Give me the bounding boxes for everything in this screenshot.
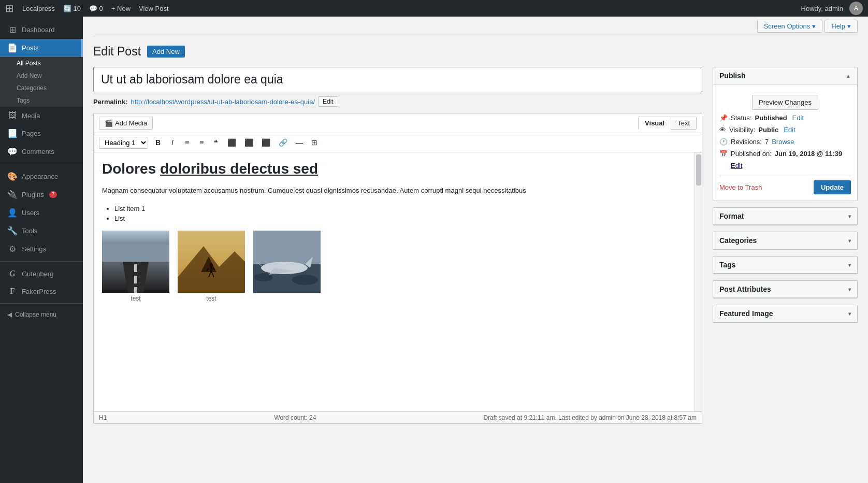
heading-underline-text: doloribus delectus sed — [160, 161, 318, 177]
sidebar-item-posts[interactable]: 📄 Posts — [0, 39, 83, 57]
heading-normal-text: Dolores — [102, 161, 160, 177]
format-chevron-icon: ▾ — [848, 214, 851, 219]
screen-options-bar: Screen Options ▾ Help ▾ — [93, 17, 858, 36]
sidebar-item-gutenberg[interactable]: G Gutenberg — [0, 265, 83, 282]
collapse-menu-label: Collapse menu — [15, 311, 56, 318]
featured-image-panel-title: Featured Image — [719, 309, 773, 318]
admin-avatar[interactable]: A — [849, 2, 863, 15]
gutenberg-icon: G — [7, 269, 18, 278]
publish-visibility-edit-link[interactable]: Edit — [784, 126, 795, 134]
new-content-btn[interactable]: + New — [111, 5, 131, 12]
format-panel-header[interactable]: Format ▾ — [713, 208, 857, 225]
categories-panel-title: Categories — [719, 236, 757, 245]
table-btn[interactable]: ⊞ — [308, 136, 321, 149]
move-to-trash-link[interactable]: Move to Trash — [719, 183, 762, 191]
visual-tab[interactable]: Visual — [638, 117, 671, 130]
blockquote-btn[interactable]: ❝ — [209, 136, 223, 149]
tags-panel-title: Tags — [719, 261, 736, 269]
sidebar-item-categories[interactable]: Categories — [0, 82, 83, 94]
permalink-edit-btn[interactable]: Edit — [318, 96, 338, 107]
svg-point-10 — [210, 263, 213, 266]
editor-block-type: H1 — [99, 414, 107, 421]
post-attributes-panel-header[interactable]: Post Attributes ▾ — [713, 281, 857, 298]
visual-text-tabs: Visual Text — [638, 117, 697, 130]
tags-chevron-icon: ▾ — [848, 262, 851, 268]
editor-main: Permalink: http://localhost/wordpress/ut… — [93, 67, 702, 424]
sidebar-item-comments[interactable]: 💬 Comments — [0, 143, 83, 161]
sidebar-item-tools[interactable]: 🔧 Tools — [0, 222, 83, 240]
editor-images-grid: test — [102, 231, 693, 302]
preview-changes-btn[interactable]: Preview Changes — [752, 95, 818, 110]
admin-bar: ⊞ Localpress 🔄 10 💬 0 + New View Post Ho… — [0, 0, 868, 17]
add-media-btn[interactable]: 🎬 Add Media — [99, 117, 153, 130]
svg-rect-0 — [102, 231, 169, 262]
post-attributes-panel: Post Attributes ▾ — [713, 280, 858, 299]
sidebar-item-appearance[interactable]: 🎨 Appearance — [0, 167, 83, 186]
main-content: Screen Options ▾ Help ▾ Edit Post Add Ne… — [83, 17, 868, 483]
site-name[interactable]: Localpress — [22, 5, 55, 12]
publish-revisions-label: Revisions: — [731, 138, 762, 146]
italic-btn[interactable]: I — [166, 136, 179, 149]
text-tab[interactable]: Text — [671, 117, 697, 130]
bold-btn[interactable]: B — [151, 136, 165, 149]
collapse-menu-btn[interactable]: ◀ Collapse menu — [0, 307, 83, 322]
help-label: Help — [831, 22, 845, 30]
publish-status-edit-link[interactable]: Edit — [792, 114, 804, 122]
publish-panel-body: Preview Changes 📌 Status: Published Edit… — [713, 84, 857, 201]
wp-logo-icon[interactable]: ⊞ — [5, 2, 14, 15]
align-left-btn[interactable]: ⬛ — [224, 136, 240, 149]
link-btn[interactable]: 🔗 — [275, 136, 291, 149]
update-btn[interactable]: Update — [814, 180, 851, 194]
publish-date-edit-link[interactable]: Edit — [731, 162, 742, 169]
publish-status-row: 📌 Status: Published Edit — [719, 114, 851, 122]
visibility-icon: 👁 — [719, 126, 726, 134]
sidebar-item-tags[interactable]: Tags — [0, 94, 83, 107]
sidebar-item-add-new[interactable]: Add New — [0, 69, 83, 82]
sidebar-item-label: Plugins — [22, 191, 44, 198]
sidebar-item-plugins[interactable]: 🔌 Plugins 7 — [0, 186, 83, 204]
ordered-list-btn[interactable]: ≡ — [195, 136, 208, 149]
screen-options-btn[interactable]: Screen Options ▾ — [757, 20, 823, 33]
help-chevron-icon: ▾ — [847, 22, 851, 30]
editor-content[interactable]: Dolores doloribus delectus sed Magnam co… — [94, 152, 702, 411]
svg-rect-5 — [134, 287, 137, 293]
posts-submenu: All Posts Add New Categories Tags — [0, 57, 83, 107]
permalink-link[interactable]: http://localhost/wordpress/ut-ut-ab-labo… — [131, 98, 315, 106]
sidebar-item-media[interactable]: 🖼 Media — [0, 107, 83, 124]
screen-options-chevron-icon: ▾ — [812, 22, 816, 30]
sidebar-item-dashboard[interactable]: ⊞ Dashboard — [0, 21, 83, 39]
sidebar-item-label: Posts — [22, 44, 39, 52]
sidebar-item-settings[interactable]: ⚙ Settings — [0, 240, 83, 258]
featured-image-panel-header[interactable]: Featured Image ▾ — [713, 305, 857, 322]
sidebar-item-fakerpress[interactable]: F FakerPress — [0, 282, 83, 300]
editor-toolbar-row2: Heading 1 Heading 2 Heading 3 Paragraph … — [94, 133, 702, 152]
align-right-btn[interactable]: ⬛ — [258, 136, 274, 149]
road-image-svg — [102, 231, 169, 293]
help-btn[interactable]: Help ▾ — [824, 20, 858, 33]
image-caption-1: test — [131, 295, 140, 302]
publish-visibility-value: Public — [758, 126, 778, 134]
all-posts-label: All Posts — [17, 60, 41, 67]
svg-rect-3 — [134, 264, 137, 272]
sidebar-item-pages[interactable]: 📃 Pages — [0, 124, 83, 143]
featured-image-chevron-icon: ▾ — [848, 311, 851, 317]
format-panel: Format ▾ — [713, 207, 858, 225]
sidebar-item-all-posts[interactable]: All Posts — [0, 57, 83, 69]
post-title-input[interactable] — [93, 67, 702, 92]
categories-panel-header[interactable]: Categories ▾ — [713, 232, 857, 249]
more-btn[interactable]: — — [292, 136, 307, 149]
editor-sidebar: Publish ▲ Preview Changes 📌 Status: Publ… — [713, 67, 858, 329]
unordered-list-btn[interactable]: ≡ — [180, 136, 194, 149]
sidebar-item-users[interactable]: 👤 Users — [0, 204, 83, 222]
publish-panel-header[interactable]: Publish ▲ — [713, 67, 857, 84]
publish-revisions-browse-link[interactable]: Browse — [772, 138, 794, 146]
add-new-button[interactable]: Add New — [147, 46, 185, 58]
editor-scrollbar[interactable] — [695, 152, 702, 411]
tags-panel-header[interactable]: Tags ▾ — [713, 257, 857, 274]
heading-select[interactable]: Heading 1 Heading 2 Heading 3 Paragraph — [99, 137, 148, 149]
align-center-btn[interactable]: ⬛ — [241, 136, 257, 149]
updates-icon[interactable]: 🔄 10 — [63, 5, 81, 12]
view-post-link[interactable]: View Post — [139, 5, 169, 12]
comments-icon[interactable]: 💬 0 — [89, 5, 103, 12]
add-media-label: Add Media — [115, 119, 147, 127]
